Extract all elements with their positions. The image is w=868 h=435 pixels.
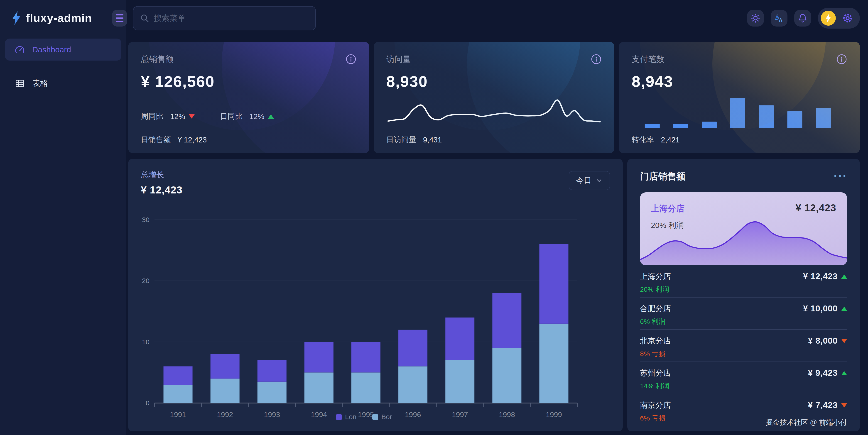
store-name: 苏州分店: [640, 368, 671, 378]
sidebar-item-table[interactable]: 表格: [5, 72, 121, 94]
trend-arrow-icon: [841, 307, 847, 311]
store-value: ¥ 10,000: [803, 304, 838, 313]
growth-chart-card: 总增长 ¥ 12,423 今日 010203019911992199319941…: [128, 159, 623, 431]
range-select[interactable]: 今日: [569, 171, 610, 190]
store-change: 14% 利润: [640, 381, 847, 391]
info-icon[interactable]: [836, 54, 847, 65]
sidebar-item-label: Dashboard: [32, 45, 71, 54]
store-row[interactable]: 北京分店 ¥ 8,000 8% 亏损: [640, 330, 847, 362]
theme-toggle-button[interactable]: [747, 10, 764, 27]
store-change: 6% 利润: [640, 317, 847, 327]
stat-bottom: 日访问量 9,431: [386, 128, 602, 145]
gauge-icon: [14, 44, 25, 55]
logo-text: fluxy-admin: [26, 11, 92, 25]
sidebar-item-dashboard[interactable]: Dashboard: [5, 38, 121, 61]
store-name: 南京分店: [640, 400, 671, 410]
payments-minibar-chart: [638, 96, 838, 128]
main-area: 文 A: [126, 0, 868, 435]
feature-store-name: 上海分店: [651, 203, 684, 214]
avatar[interactable]: [821, 11, 836, 26]
logo[interactable]: fluxy-admin: [5, 0, 121, 36]
topbar: 文 A: [128, 0, 860, 36]
stat-card-visits: 访问量 8,930 日访问量 9,431: [374, 42, 615, 153]
svg-text:A: A: [779, 17, 782, 23]
feature-store-value: ¥ 12,423: [796, 202, 836, 214]
more-button[interactable]: [833, 174, 847, 179]
svg-text:1995: 1995: [358, 410, 374, 419]
store-row[interactable]: 上海分店 ¥ 12,423 20% 利润: [640, 266, 847, 298]
language-button[interactable]: 文 A: [771, 10, 787, 27]
trend-arrow-icon: [841, 339, 847, 343]
store-card-title: 门店销售额: [640, 170, 685, 183]
notifications-button[interactable]: [794, 10, 811, 27]
search-icon: [140, 13, 149, 23]
stat-footer-label: 转化率: [631, 135, 654, 145]
gear-icon[interactable]: [842, 12, 854, 24]
svg-text:0: 0: [146, 399, 150, 407]
trend-row: 周同比12% 日同比12%: [141, 111, 356, 122]
lightning-icon: [825, 13, 832, 23]
store-name: 合肥分店: [640, 304, 671, 314]
trend-arrow-icon: [841, 274, 847, 279]
search-box[interactable]: [133, 6, 316, 30]
store-name: 北京分店: [640, 336, 671, 346]
trend-arrow-icon: [841, 403, 847, 408]
week-trend: 周同比12%: [141, 111, 195, 122]
stat-value: ¥ 126,560: [141, 72, 356, 91]
translate-icon: 文 A: [774, 13, 784, 23]
store-row[interactable]: 苏州分店 ¥ 9,423 14% 利润: [640, 362, 847, 394]
store-change: 8% 亏损: [640, 349, 847, 359]
svg-text:1992: 1992: [217, 410, 233, 419]
svg-text:Lon: Lon: [345, 413, 356, 421]
stat-bottom: 日销售额 ¥ 12,423: [141, 128, 356, 145]
stat-card-payments: 支付笔数 8,943 转化率 2,421: [619, 42, 860, 153]
menu-toggle-button[interactable]: [112, 10, 127, 27]
trend-arrow-icon: [268, 114, 274, 119]
bell-icon: [798, 13, 808, 23]
info-icon[interactable]: [345, 54, 356, 65]
stat-value: 8,930: [386, 72, 602, 91]
svg-text:1998: 1998: [499, 410, 515, 419]
store-row[interactable]: 合肥分店 ¥ 10,000 6% 利润: [640, 298, 847, 330]
growth-stacked-bar-chart: 0102030199119921993199419951996199719981…: [141, 204, 610, 422]
svg-text:1997: 1997: [452, 410, 468, 419]
day-trend: 日同比12%: [220, 111, 274, 122]
svg-text:10: 10: [142, 338, 150, 346]
app-root: fluxy-admin Dashboard 表格: [0, 0, 868, 435]
stat-title: 访问量: [386, 54, 602, 65]
ellipsis-icon: [833, 174, 847, 178]
visits-sparkline-chart: [386, 95, 602, 128]
sidebar: fluxy-admin Dashboard 表格: [0, 0, 126, 435]
svg-text:1999: 1999: [546, 410, 562, 419]
svg-text:1996: 1996: [405, 410, 421, 419]
store-feature-card[interactable]: 上海分店 ¥ 12,423 20% 利润: [640, 192, 847, 266]
store-sales-card: 门店销售额 上海分店 ¥ 12,423: [627, 159, 860, 431]
svg-text:1993: 1993: [264, 410, 280, 419]
search-input[interactable]: [154, 13, 309, 23]
svg-text:1991: 1991: [170, 410, 186, 419]
dashboard-content: 总销售额 ¥ 126,560 周同比12% 日同比12%: [128, 36, 860, 431]
store-value: ¥ 12,423: [803, 272, 838, 281]
trend-arrow-icon: [189, 114, 195, 119]
table-icon: [14, 78, 25, 89]
stat-footer-label: 日销售额: [141, 135, 171, 145]
stat-card-sales: 总销售额 ¥ 126,560 周同比12% 日同比12%: [128, 42, 369, 153]
info-icon[interactable]: [591, 54, 602, 65]
growth-title: 总增长: [141, 169, 610, 180]
stat-footer-label: 日访问量: [386, 135, 416, 145]
sidebar-menu: Dashboard 表格: [5, 38, 121, 94]
store-value: ¥ 9,423: [808, 368, 838, 378]
growth-value: ¥ 12,423: [141, 184, 610, 196]
stat-value: 8,943: [631, 72, 847, 91]
svg-text:30: 30: [142, 216, 150, 223]
credit-text: 掘金技术社区 @ 前端小付: [766, 418, 847, 427]
user-menu[interactable]: [818, 8, 860, 29]
stat-title: 总销售额: [141, 54, 356, 65]
stat-bottom: 转化率 2,421: [631, 128, 847, 145]
sun-icon: [750, 13, 761, 23]
stat-footer-value: 9,431: [423, 136, 442, 144]
chevron-down-icon: [595, 177, 603, 184]
stat-footer-value: ¥ 12,423: [178, 136, 207, 144]
logo-bolt-icon: [11, 11, 21, 25]
store-area-chart: [640, 217, 847, 266]
